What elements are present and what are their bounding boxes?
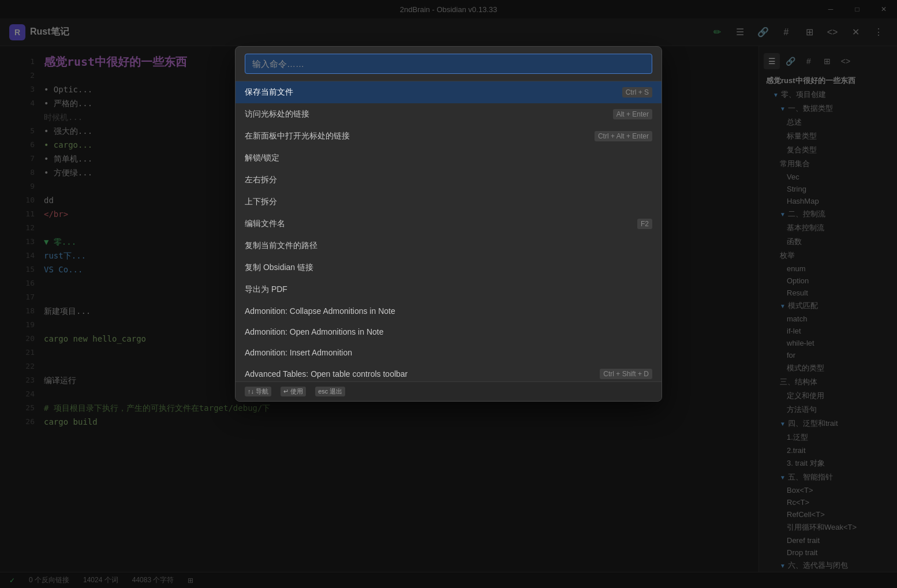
use-key-badge: ↵ 使用 [281,387,306,396]
esc-key-badge: esc 退出 [315,387,345,396]
command-item-label: 左右拆分 [245,175,277,185]
use-hint: ↵ 使用 [281,387,306,396]
command-shortcut: Alt + Enter [613,109,652,119]
command-item-label: 导出为 PDF [245,284,287,295]
command-item-label: Admonition: Open Admonitions in Note [245,327,383,336]
command-item-label: Advanced Tables: Open table controls too… [245,369,408,379]
command-palette-overlay: 保存当前文件Ctrl + S访问光标处的链接Alt + Enter在新面板中打开… [0,0,897,588]
command-item-label: 复制 Obsidian 链接 [245,263,313,273]
command-item[interactable]: 保存当前文件Ctrl + S [236,81,661,103]
command-item[interactable]: 复制当前文件的路径 [236,235,661,257]
command-item[interactable]: 解锁/锁定 [236,147,661,169]
command-item-label: 保存当前文件 [245,87,293,98]
command-item-label: 上下拆分 [245,197,277,207]
command-item-label: 解锁/锁定 [245,153,279,163]
command-item[interactable]: 上下拆分 [236,191,661,213]
command-item[interactable]: 左右拆分 [236,169,661,191]
command-item-label: Admonition: Insert Admonition [245,348,352,357]
command-item[interactable]: Advanced Tables: Open table controls too… [236,363,661,381]
command-footer: ↑↓ 导航 ↵ 使用 esc 退出 [236,381,661,401]
command-input[interactable] [245,54,652,74]
command-input-wrap [236,47,661,81]
command-shortcut: Ctrl + Alt + Enter [595,131,652,141]
command-item[interactable]: Admonition: Collapse Admonitions in Note [236,301,661,321]
nav-hint: ↑↓ 导航 [245,387,271,396]
command-item[interactable]: 复制 Obsidian 链接 [236,257,661,279]
command-item[interactable]: 导出为 PDF [236,279,661,301]
command-item-label: 在新面板中打开光标处的链接 [245,131,350,141]
command-list: 保存当前文件Ctrl + S访问光标处的链接Alt + Enter在新面板中打开… [236,81,661,381]
command-shortcut: Ctrl + S [622,87,652,98]
command-item[interactable]: 访问光标处的链接Alt + Enter [236,103,661,125]
command-item-label: 复制当前文件的路径 [245,241,317,251]
esc-hint: esc 退出 [315,387,345,396]
command-palette: 保存当前文件Ctrl + S访问光标处的链接Alt + Enter在新面板中打开… [235,46,662,402]
command-shortcut: Ctrl + Shift + D [600,369,652,379]
nav-key-badge: ↑↓ 导航 [245,387,271,396]
command-item[interactable]: 编辑文件名F2 [236,213,661,235]
command-item[interactable]: 在新面板中打开光标处的链接Ctrl + Alt + Enter [236,125,661,147]
command-item[interactable]: Admonition: Insert Admonition [236,342,661,363]
command-item-label: Admonition: Collapse Admonitions in Note [245,306,395,316]
command-item-label: 访问光标处的链接 [245,109,309,119]
command-item[interactable]: Admonition: Open Admonitions in Note [236,321,661,342]
command-item-label: 编辑文件名 [245,219,285,229]
command-shortcut: F2 [637,219,652,229]
